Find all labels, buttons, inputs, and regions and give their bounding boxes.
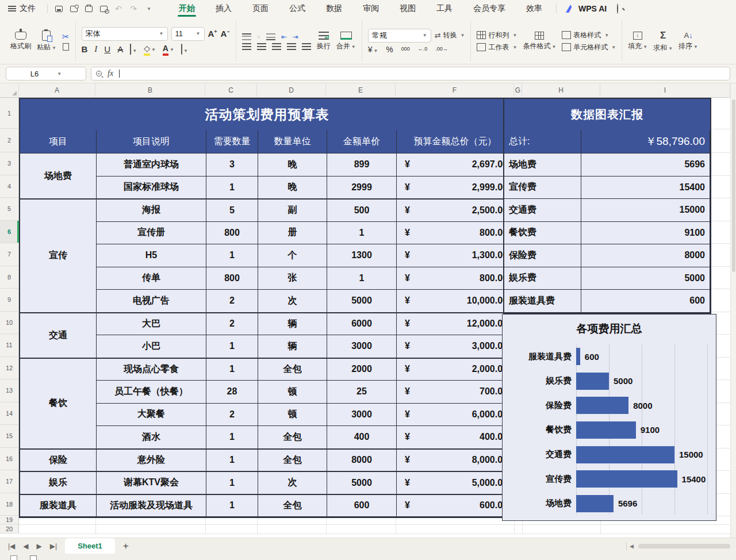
row-header-18[interactable]: 18 xyxy=(0,493,19,516)
summary-row-value[interactable]: 15000 xyxy=(581,199,710,222)
font-color-button[interactable]: A▼ xyxy=(163,43,174,56)
budget-total-cell[interactable]: ¥3,000.00 xyxy=(397,335,514,358)
summary-row-label[interactable]: 保险费 xyxy=(504,244,581,267)
fill-color-button[interactable]: ◇▼ xyxy=(144,43,156,56)
budget-desc-cell[interactable]: 员工午餐（快餐） xyxy=(97,381,206,404)
budget-desc-cell[interactable]: 意外险 xyxy=(97,449,206,472)
summary-row-label[interactable]: 娱乐费 xyxy=(504,267,581,290)
budget-price-cell[interactable]: 8000 xyxy=(327,449,397,472)
search-button[interactable] xyxy=(612,4,623,13)
budget-price-cell[interactable]: 5000 xyxy=(327,290,397,313)
currency-format-button[interactable]: ¥▼ xyxy=(368,45,378,54)
name-box[interactable]: L6 ▼ xyxy=(6,67,86,80)
row-header-20[interactable]: 20 xyxy=(0,524,19,534)
budget-price-cell[interactable]: 25 xyxy=(327,381,397,404)
budget-unit-cell[interactable]: 副 xyxy=(258,199,327,222)
bold-button[interactable]: B xyxy=(82,44,88,54)
budget-unit-cell[interactable]: 次 xyxy=(258,290,327,313)
row-header-3[interactable]: 3 xyxy=(0,152,19,175)
budget-price-cell[interactable]: 3000 xyxy=(327,335,397,358)
strikethrough-button[interactable]: A xyxy=(117,44,123,54)
thousand-separator-button[interactable]: 000 xyxy=(401,47,410,52)
ribbon-tab-公式[interactable]: 公式 xyxy=(279,0,316,17)
budget-qty-cell[interactable]: 5 xyxy=(206,199,258,222)
budget-unit-cell[interactable]: 次 xyxy=(258,471,327,494)
budget-unit-cell[interactable]: 顿 xyxy=(258,404,327,427)
budget-total-cell[interactable]: ¥800.00 xyxy=(397,222,514,245)
select-all-corner[interactable] xyxy=(0,83,19,98)
column-header-C[interactable]: C xyxy=(205,83,257,98)
ribbon-tab-效率[interactable]: 效率 xyxy=(516,0,553,17)
wps-ai-button[interactable]: WPS AI xyxy=(566,4,607,13)
wrap-text-button[interactable]: 换行 xyxy=(317,32,331,51)
budget-price-cell[interactable]: 400 xyxy=(327,426,397,449)
row-header-2[interactable]: 2 xyxy=(0,129,19,152)
row-header-9[interactable]: 9 xyxy=(0,289,19,312)
budget-total-cell[interactable]: ¥1,300.00 xyxy=(397,244,514,267)
borders-button[interactable]: ▼ xyxy=(130,44,137,54)
summary-row-label[interactable]: 宣传费 xyxy=(504,177,581,200)
budget-total-cell[interactable]: ¥8,000.00 xyxy=(397,449,514,472)
column-header-G[interactable]: G xyxy=(514,83,522,98)
summary-row-value[interactable]: 15400 xyxy=(581,177,710,200)
row-header-15[interactable]: 15 xyxy=(0,425,19,448)
summary-row-value[interactable]: 5696 xyxy=(581,154,710,177)
budget-desc-cell[interactable]: 谢幕KTV聚会 xyxy=(97,471,206,494)
budget-desc-cell[interactable]: 电视广告 xyxy=(97,290,206,313)
summary-row-label[interactable]: 服装道具费 xyxy=(504,290,581,313)
next-sheet-button[interactable]: ▶ xyxy=(37,542,42,550)
budget-desc-cell[interactable]: 活动服装及现场道具 xyxy=(97,494,206,517)
number-format-select[interactable]: 常规▼ xyxy=(368,29,431,43)
sort-button[interactable]: A↓ 排序▼ xyxy=(678,31,698,51)
budget-qty-cell[interactable]: 2 xyxy=(206,290,258,313)
budget-desc-cell[interactable]: 大聚餐 xyxy=(97,404,206,427)
increase-decimal-button[interactable]: ←.0 xyxy=(418,47,428,52)
budget-unit-cell[interactable]: 全包 xyxy=(258,449,327,472)
row-header-6[interactable]: 6 xyxy=(0,221,19,244)
merge-cells-button[interactable]: 合并▼ xyxy=(336,32,356,51)
prev-sheet-button[interactable]: ◀ xyxy=(23,542,28,550)
conditional-format-button[interactable]: 条件格式▼ xyxy=(523,32,556,51)
file-menu-button[interactable]: 文件 xyxy=(0,3,44,14)
budget-qty-cell[interactable]: 800 xyxy=(206,222,258,245)
budget-total-cell[interactable]: ¥2,500.00 xyxy=(397,199,514,222)
budget-price-cell[interactable]: 1 xyxy=(327,222,397,245)
budget-unit-cell[interactable]: 全包 xyxy=(258,358,327,381)
budget-unit-cell[interactable]: 辆 xyxy=(258,335,327,358)
budget-desc-cell[interactable]: 国家标准球场 xyxy=(97,177,206,200)
ribbon-tab-会员专享[interactable]: 会员专享 xyxy=(463,0,516,17)
budget-unit-cell[interactable]: 全包 xyxy=(258,494,327,517)
add-sheet-button[interactable]: + xyxy=(115,540,137,552)
budget-total-cell[interactable]: ¥2,999.00 xyxy=(397,177,514,200)
italic-button[interactable]: I xyxy=(94,44,97,54)
budget-qty-cell[interactable]: 800 xyxy=(206,267,258,290)
align-bottom-button[interactable] xyxy=(266,33,275,40)
budget-price-cell[interactable]: 899 xyxy=(327,154,397,177)
budget-qty-cell[interactable]: 1 xyxy=(206,335,258,358)
align-center-button[interactable] xyxy=(257,43,266,50)
scroll-left-arrow-icon[interactable]: ◀ xyxy=(630,543,634,549)
budget-price-cell[interactable]: 1300 xyxy=(327,244,397,267)
print-button[interactable] xyxy=(81,2,96,15)
horizontal-scrollbar[interactable] xyxy=(638,544,730,549)
budget-qty-cell[interactable]: 3 xyxy=(206,154,258,177)
column-header-A[interactable]: A xyxy=(19,83,95,98)
ribbon-tab-审阅[interactable]: 审阅 xyxy=(352,0,389,17)
font-name-select[interactable]: 宋体▼ xyxy=(82,27,168,41)
column-header-D[interactable]: D xyxy=(257,83,326,98)
budget-total-cell[interactable]: ¥700.00 xyxy=(397,381,514,404)
summary-row-label[interactable]: 交通费 xyxy=(504,199,581,222)
budget-price-cell[interactable]: 3000 xyxy=(327,404,397,427)
row-header-7[interactable]: 7 xyxy=(0,243,19,266)
row-header-12[interactable]: 12 xyxy=(0,357,19,380)
budget-qty-cell[interactable]: 1 xyxy=(206,494,258,517)
row-header-8[interactable]: 8 xyxy=(0,266,19,289)
budget-unit-cell[interactable]: 全包 xyxy=(258,426,327,449)
cell-style-button[interactable]: 单元格样式▼ xyxy=(562,43,616,52)
summary-row-value[interactable]: 5000 xyxy=(581,267,710,290)
budget-price-cell[interactable]: 500 xyxy=(327,199,397,222)
budget-total-cell[interactable]: ¥6,000.00 xyxy=(397,404,514,427)
budget-total-cell[interactable]: ¥600.00 xyxy=(397,494,514,517)
budget-category-cell[interactable]: 交通 xyxy=(20,313,97,358)
fill-button[interactable]: 填充▼ xyxy=(628,32,647,51)
